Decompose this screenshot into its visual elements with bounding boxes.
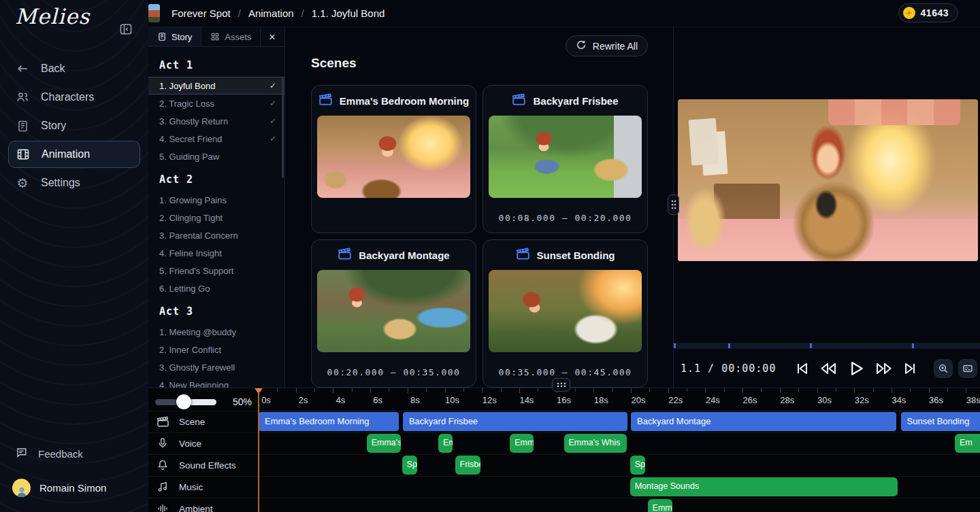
- track-voice[interactable]: Voice: [148, 432, 257, 454]
- book-icon: [15, 120, 30, 133]
- ruler-tick: [352, 388, 353, 392]
- voice-clip[interactable]: Emma's: [367, 434, 401, 453]
- panel-resize-handle-vertical[interactable]: [668, 194, 679, 215]
- breadcrumb-section[interactable]: Animation: [248, 7, 294, 19]
- ruler-tick-label: 24s: [701, 395, 724, 405]
- story-panel-tabs: Story Assets ✕: [148, 27, 284, 47]
- preview-image[interactable]: [678, 99, 978, 261]
- story-scene-item[interactable]: 2. Clinging Tight: [148, 209, 284, 226]
- track-ambient[interactable]: Ambient: [148, 498, 257, 512]
- close-icon[interactable]: ✕: [261, 27, 283, 46]
- story-scene-item[interactable]: 1. Joyful Bond✓: [148, 77, 284, 95]
- ruler-tick: [724, 388, 725, 392]
- breadcrumb-scene[interactable]: 1.1. Joyful Bond: [312, 7, 385, 19]
- user-menu[interactable]: Romain Simon: [0, 469, 148, 512]
- ruler-tick: [593, 388, 594, 393]
- story-scene-item[interactable]: 4. Secret Friend✓: [148, 130, 284, 148]
- sidebar-item-characters[interactable]: Characters: [0, 83, 148, 112]
- scene-clip[interactable]: Emma's Bedroom Morning: [259, 412, 399, 431]
- voice-clip[interactable]: Em: [955, 434, 980, 453]
- scene-card-backyard-frisbee[interactable]: Backyard Frisbee 00:08.000 – 00:20.000: [483, 85, 648, 233]
- story-scene-item[interactable]: 2. Tragic Loss✓: [148, 95, 284, 112]
- act-title: Act 1: [148, 51, 284, 77]
- sidebar-item-settings[interactable]: ⚙ Settings: [0, 169, 148, 197]
- sidebar-collapse-icon[interactable]: [117, 20, 135, 38]
- zoom-in-icon[interactable]: [934, 359, 953, 378]
- story-scene-item[interactable]: 1. Growing Pains: [148, 191, 284, 209]
- ruler-tick-label: 20s: [627, 395, 650, 405]
- story-scene-item[interactable]: 5. Friend's Support: [148, 262, 284, 279]
- ruler-tick: [314, 388, 315, 392]
- sidebar-item-back[interactable]: Back: [0, 54, 148, 83]
- fast-forward-button[interactable]: [875, 360, 893, 377]
- ruler-tick: [780, 388, 781, 393]
- sound_effects-clip[interactable]: Frisbe: [455, 456, 481, 475]
- scene-card-sunset-bonding[interactable]: Sunset Bonding 00:35.000 – 00:45.000: [483, 239, 648, 388]
- zoom-slider-knob[interactable]: [176, 394, 191, 409]
- ambient-clip[interactable]: Emma: [648, 499, 672, 512]
- scene-clip[interactable]: Backyard Montage: [631, 412, 896, 431]
- captions-icon[interactable]: [958, 359, 977, 378]
- story-scene-item[interactable]: 2. Inner Conflict: [148, 341, 284, 358]
- skip-end-button[interactable]: [902, 360, 919, 377]
- scene-clip[interactable]: Sunset Bonding: [901, 412, 980, 431]
- ruler-tick: [892, 388, 892, 393]
- story-scene-label: 1. Growing Pains: [159, 195, 227, 205]
- sound_effects-clip[interactable]: Spo: [630, 456, 646, 475]
- timeline-minimap[interactable]: [674, 343, 980, 349]
- timeline-ruler[interactable]: 0s2s4s6s8s10s12s14s16s18s20s22s24s26s28s…: [257, 388, 980, 411]
- skip-start-button[interactable]: [794, 360, 810, 377]
- breadcrumb-project[interactable]: Forever Spot: [172, 7, 231, 19]
- ruler-tick: [668, 388, 669, 393]
- timeline-zoom-control: 50%: [155, 394, 257, 410]
- scene-thumbnail[interactable]: [489, 116, 642, 198]
- playhead-marker[interactable]: [255, 388, 263, 394]
- voice-clip[interactable]: Emma's Whis: [564, 434, 627, 453]
- track-sound-effects[interactable]: Sound Effects: [148, 454, 257, 476]
- ruler-tick-label: 18s: [589, 395, 612, 405]
- play-button[interactable]: [847, 359, 866, 378]
- clapperboard-icon: [512, 92, 526, 109]
- ruler-tick-label: 2s: [292, 395, 315, 405]
- credits-badge[interactable]: ✦ 41643: [898, 3, 958, 22]
- sound_effects-clip[interactable]: Spo: [402, 456, 418, 475]
- ruler-tick: [836, 388, 836, 392]
- story-scrollbar[interactable]: [282, 76, 284, 178]
- voice-clip[interactable]: Emma: [510, 434, 534, 453]
- rewrite-all-button[interactable]: Rewrite All: [566, 35, 648, 56]
- story-scene-item[interactable]: 4. Feline Insight: [148, 244, 284, 262]
- feedback-button[interactable]: Feedback: [0, 438, 148, 469]
- story-scene-item[interactable]: 6. Letting Go: [148, 279, 284, 297]
- ruler-tick: [501, 388, 502, 392]
- avatar: [12, 479, 31, 497]
- music-clip[interactable]: Montage Sounds: [630, 477, 898, 496]
- panel-resize-handle-horizontal[interactable]: [552, 378, 570, 392]
- ruler-tick: [687, 388, 687, 392]
- voice-clip[interactable]: Emma: [438, 434, 453, 453]
- scene-thumbnail[interactable]: [317, 116, 470, 198]
- story-scene-item[interactable]: 1. Meeting @buddy: [148, 323, 284, 341]
- scene-thumbnail[interactable]: [317, 270, 470, 352]
- ruler-tick-label: 28s: [776, 395, 799, 405]
- rewind-button[interactable]: [819, 360, 837, 377]
- tab-story[interactable]: Story: [148, 27, 201, 46]
- preview-plush-toy: [684, 187, 726, 255]
- scene-clip[interactable]: Backyard Frisbee: [403, 412, 627, 431]
- scene-card-backyard-montage[interactable]: Backyard Montage 00:20.000 – 00:35.000: [311, 239, 476, 388]
- story-scene-item[interactable]: 3. Ghostly Farewell: [148, 358, 284, 376]
- scene-card-emmas-bedroom-morning[interactable]: Emma's Bedroom Morning: [311, 85, 476, 233]
- project-thumbnail[interactable]: [148, 4, 160, 22]
- scene-thumbnail[interactable]: [489, 270, 642, 352]
- track-music[interactable]: Music: [148, 476, 257, 498]
- story-scene-item[interactable]: 3. Parental Concern: [148, 226, 284, 244]
- story-scene-item[interactable]: 3. Ghostly Return✓: [148, 112, 284, 130]
- sidebar-item-animation[interactable]: Animation: [8, 141, 140, 168]
- story-scene-item[interactable]: 5. Guiding Paw: [148, 148, 284, 165]
- zoom-slider[interactable]: [155, 394, 216, 409]
- sidebar-item-story[interactable]: Story: [0, 112, 148, 140]
- ruler-tick: [463, 388, 464, 392]
- microphone-icon: [156, 437, 169, 449]
- tab-assets[interactable]: Assets: [201, 27, 261, 46]
- track-scene[interactable]: Scene: [148, 411, 257, 432]
- story-scene-label: 2. Inner Conflict: [159, 345, 221, 355]
